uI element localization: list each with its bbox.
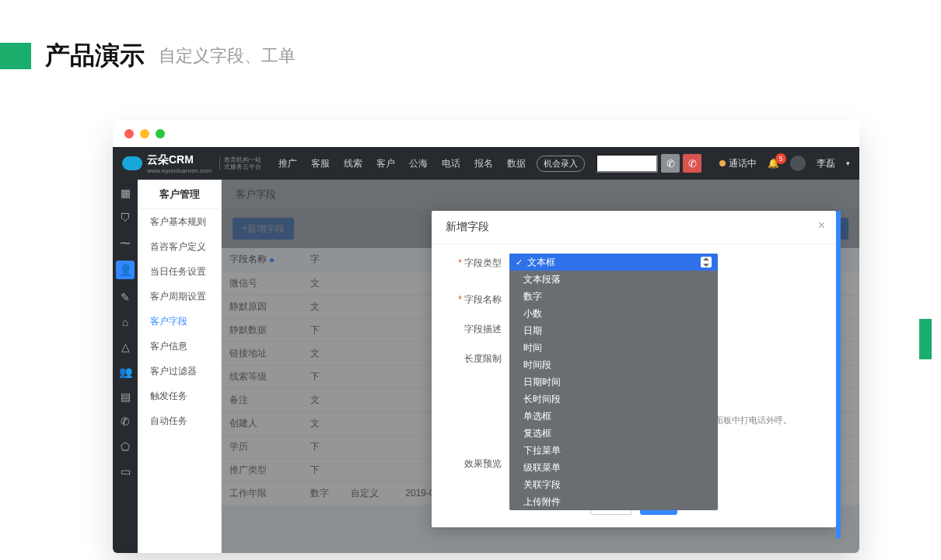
grid-icon[interactable]: ▦: [118, 186, 132, 200]
topnav-1[interactable]: 客服: [311, 157, 330, 170]
dropdown-option-0[interactable]: 文本段落: [509, 271, 718, 288]
label-field-desc: 字段描述: [446, 320, 502, 336]
label-preview: 效果预览: [446, 454, 502, 471]
top-nav: 推广客服线索客户公海电话报名数据: [278, 157, 526, 170]
user-icon[interactable]: 👤: [116, 261, 135, 279]
sidebar-item-6[interactable]: 客户过滤器: [138, 359, 221, 383]
call-answer-icon[interactable]: ✆: [661, 154, 680, 173]
dropdown-option-3[interactable]: 日期: [509, 322, 718, 339]
tag-icon[interactable]: ⬠: [118, 439, 132, 453]
logo-tagline: 教育机构一站式服务云平台: [219, 156, 261, 170]
sidebar-item-5[interactable]: 客户信息: [138, 334, 221, 359]
modal-accent-bar: [836, 211, 841, 538]
label-field-name: *字段名称: [446, 290, 502, 306]
topnav-2[interactable]: 线索: [344, 157, 362, 170]
sidebar: 客户管理 客户基本规则首咨客户定义当日任务设置客户周期设置客户字段客户信息客户过…: [138, 180, 222, 553]
label-field-len: 长度限制: [446, 349, 502, 366]
notifications-badge: 5: [775, 153, 786, 164]
dropdown-selected[interactable]: 文本框: [509, 254, 718, 271]
topnav-7[interactable]: 数据: [507, 157, 526, 170]
dropdown-option-9[interactable]: 复选框: [509, 425, 718, 442]
call-hangup-icon[interactable]: ✆: [683, 154, 701, 173]
window-controls: [113, 121, 859, 147]
close-window-icon[interactable]: [124, 129, 134, 138]
sidebar-item-2[interactable]: 当日任务设置: [138, 259, 221, 284]
user-menu-caret-icon[interactable]: ▾: [846, 159, 850, 167]
dropdown-option-12[interactable]: 关联字段: [509, 476, 718, 493]
accent-right-bar: [919, 319, 932, 359]
card-icon[interactable]: ▭: [118, 464, 132, 478]
notifications-icon[interactable]: 🔔5: [768, 158, 779, 169]
maximize-window-icon[interactable]: [156, 129, 165, 138]
logo-url: www.eyunduanren.com: [147, 167, 212, 174]
logo-text: 云朵CRM: [147, 153, 212, 167]
sidebar-item-0[interactable]: 客户基本规则: [138, 209, 221, 234]
modal-title: 新增字段 ×: [432, 211, 836, 244]
home-icon[interactable]: ⌂: [118, 315, 132, 329]
sidebar-title: 客户管理: [138, 180, 221, 209]
call-status: 通话中: [719, 157, 757, 170]
browser-window: 云朵CRM www.eyunduanren.com 教育机构一站式服务云平台 推…: [113, 121, 859, 553]
topnav-3[interactable]: 客户: [376, 157, 395, 170]
people-icon[interactable]: 👥: [118, 365, 132, 379]
user-name[interactable]: 李磊: [817, 157, 835, 170]
sidebar-item-1[interactable]: 首咨客户定义: [138, 234, 221, 259]
avatar[interactable]: [790, 156, 806, 171]
main-pane: 客户字段 +新增字段 搜索 字段名称字 微信号文编辑静默原因文编辑删除静默数据下…: [222, 180, 859, 553]
shield-icon[interactable]: ⛉: [118, 211, 132, 225]
icon-rail: ▦⛉⁓👤✎⌂△👥▤✆⬠▭: [113, 180, 138, 553]
minimize-window-icon[interactable]: [140, 129, 149, 138]
slide-title: 产品演示: [45, 39, 145, 73]
dropdown-option-8[interactable]: 单选框: [509, 408, 718, 425]
dropdown-option-10[interactable]: 下拉菜单: [509, 442, 718, 459]
add-field-modal: 新增字段 × *字段类型 文本框 文本段落数字小数日期时间时间段日期时间长时间段…: [432, 211, 836, 527]
dropdown-option-13[interactable]: 上传附件: [509, 493, 718, 510]
dropdown-option-1[interactable]: 数字: [509, 288, 718, 305]
phone-icon[interactable]: ✆: [118, 415, 132, 429]
dropdown-option-11[interactable]: 级联菜单: [509, 459, 718, 476]
topnav-6[interactable]: 报名: [474, 157, 493, 170]
opportunity-link[interactable]: 机会录入: [537, 156, 585, 172]
logo-cloud-icon: [122, 156, 142, 170]
close-icon[interactable]: ×: [818, 219, 825, 233]
status-dot-icon: [719, 160, 726, 166]
app-top-bar: 云朵CRM www.eyunduanren.com 教育机构一站式服务云平台 推…: [113, 147, 859, 180]
topnav-4[interactable]: 公海: [409, 157, 428, 170]
dropdown-option-7[interactable]: 长时间段: [509, 390, 718, 408]
topnav-5[interactable]: 电话: [442, 157, 460, 170]
sidebar-item-8[interactable]: 自动任务: [138, 408, 221, 433]
sidebar-item-3[interactable]: 客户周期设置: [138, 284, 221, 309]
sidebar-item-4[interactable]: 客户字段: [138, 309, 221, 334]
accent-bar: [0, 43, 31, 69]
logo-block[interactable]: 云朵CRM www.eyunduanren.com 教育机构一站式服务云平台: [122, 153, 261, 174]
chart-icon[interactable]: ⁓: [118, 236, 132, 250]
triangle-icon[interactable]: △: [118, 340, 132, 354]
slide-subtitle: 自定义字段、工单: [159, 44, 296, 68]
topnav-0[interactable]: 推广: [278, 157, 297, 170]
dropdown-option-6[interactable]: 日期时间: [509, 373, 718, 390]
field-type-dropdown[interactable]: 文本框 文本段落数字小数日期时间时间段日期时间长时间段单选框复选框下拉菜单级联菜…: [509, 254, 718, 510]
sidebar-item-7[interactable]: 触发任务: [138, 383, 221, 408]
global-search-input[interactable]: [596, 154, 658, 173]
dropdown-stepper-icon[interactable]: [701, 257, 712, 268]
dropdown-option-4[interactable]: 时间: [509, 339, 718, 356]
note-icon[interactable]: ▤: [118, 390, 132, 404]
pencil-icon[interactable]: ✎: [118, 290, 132, 304]
label-field-type: *字段类型: [446, 254, 502, 270]
dropdown-option-5[interactable]: 时间段: [509, 356, 718, 373]
dropdown-option-2[interactable]: 小数: [509, 305, 718, 322]
